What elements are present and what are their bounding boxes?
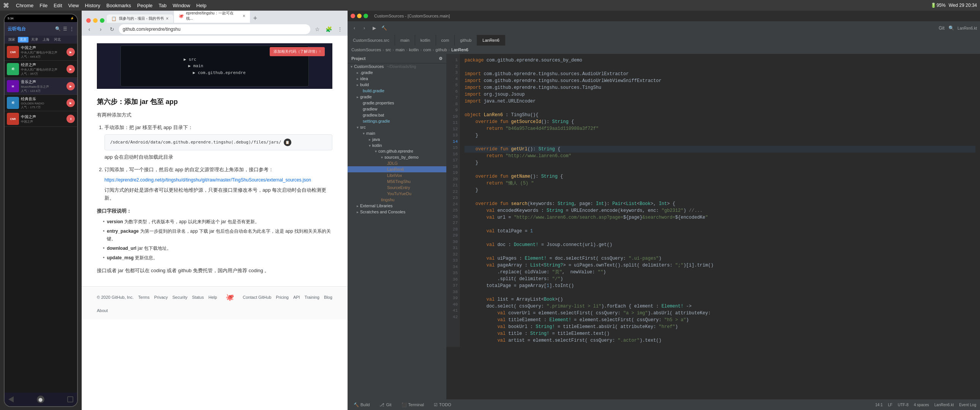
menu-window[interactable]: Window — [173, 3, 190, 8]
tree-item-jdlg[interactable]: JDLG — [348, 160, 446, 166]
tree-item-gradle-hidden[interactable]: ▸ .gradle — [348, 70, 446, 76]
tree-item-sourceentry[interactable]: SourceEntry — [348, 184, 446, 191]
sidebar-settings-icon[interactable]: ⚙ — [439, 56, 442, 61]
bc-main[interactable]: main — [395, 48, 404, 52]
menu-view[interactable]: View — [68, 3, 79, 8]
toolbar-search[interactable]: 🔍 — [948, 24, 955, 32]
bottom-tab-build[interactable]: 🔨 Build — [352, 402, 372, 408]
tree-item-gradlew-bat[interactable]: gradlew.bat — [348, 112, 446, 118]
ide-tab-customsources[interactable]: CustomSources.src — [348, 35, 395, 46]
phone-tab-tianjin[interactable]: 天津 — [29, 37, 40, 43]
ide-close-btn[interactable] — [351, 14, 355, 18]
bookmark-btn[interactable]: ☆ — [313, 25, 322, 34]
phone-recent-btn[interactable] — [67, 396, 73, 402]
more-btn[interactable]: ⋮ — [336, 25, 345, 34]
station-item[interactable]: 经 经济之声 中央人民广播电台经济之声 人气：357万 ▶ — [5, 61, 77, 78]
tree-item-java[interactable]: ▸ java — [348, 136, 446, 142]
phone-search-icon[interactable]: 🔍 — [55, 26, 61, 32]
station-play-btn[interactable]: ▶ — [67, 65, 75, 73]
tree-item-main[interactable]: ▾ main — [348, 130, 446, 136]
tree-item-settings-gradle[interactable]: settings.gradle — [348, 118, 446, 124]
refresh-btn[interactable]: ↻ — [108, 25, 117, 34]
menu-chrome[interactable]: Chrome — [16, 3, 33, 8]
browser-tab-1[interactable]: 📋 我参与的 - 项目 - 我的书书 × — [107, 14, 173, 23]
toolbar-build[interactable]: 🔨 — [380, 24, 388, 32]
tree-item-build[interactable]: ▸ build — [348, 82, 446, 88]
browser-tab-2[interactable]: 🐙 eprendre/tingshu：一款可在线... × — [174, 11, 250, 23]
tree-item-sources-by-demo[interactable]: ▾ sources_by_demo — [348, 154, 446, 160]
bottom-tab-git[interactable]: ⎇ Git — [377, 402, 393, 408]
tree-item-src[interactable]: ▾ src — [348, 124, 446, 130]
station-item[interactable]: 经 经典音乐 GOLDEN RADIO 人气：175.7万 ▶ — [5, 95, 77, 111]
bottom-tab-todo[interactable]: ☑ TODO — [431, 402, 453, 408]
phone-tab-beijing[interactable]: 北京 — [18, 37, 29, 43]
tree-item-gradlew[interactable]: gradlew — [348, 106, 446, 112]
menu-help[interactable]: Help — [196, 3, 207, 8]
tree-item-m56tingshu[interactable]: M56TingShu — [348, 178, 446, 184]
tree-item-gradle[interactable]: ▸ gradle — [348, 94, 446, 100]
footer-link-api[interactable]: API — [293, 294, 300, 301]
station-play-btn[interactable]: ⏸ — [67, 114, 75, 123]
tree-item-youtuyuedu[interactable]: YouTuYueDu — [348, 191, 446, 197]
phone-home-btn[interactable]: ⬤ — [37, 396, 45, 403]
tree-item-external-libs[interactable]: ▸ External Libraries — [348, 203, 446, 209]
ide-tab-kotlin[interactable]: kotlin — [415, 35, 436, 46]
bc-customsources[interactable]: CustomSources — [352, 48, 381, 52]
footer-link-about[interactable]: About — [97, 307, 108, 314]
phone-more-icon[interactable]: ⋮ — [70, 26, 74, 32]
station-item[interactable]: CNR 中国之声 中央人民广播电台中国之声 人气：445.8万 ▶ — [5, 44, 77, 61]
tree-item-librivox[interactable]: LibriVox — [348, 172, 446, 178]
method-2-url[interactable]: https://eprendre2.coding.net/p/tingshu/d… — [105, 177, 311, 183]
tree-item-gradle-props[interactable]: gradle.properties — [348, 100, 446, 106]
ide-code-editor[interactable]: 1 2 3 4 5 6 7 8 9 10 11 12 13 14 — [446, 54, 980, 399]
minimize-window-btn[interactable] — [93, 18, 98, 23]
ide-maximize-btn[interactable] — [364, 14, 368, 18]
address-bar[interactable]: github.com/eprendre/tingshu — [119, 24, 310, 34]
tab-close-1[interactable]: × — [166, 16, 169, 21]
phone-menu-icon[interactable]: ☰ — [63, 26, 67, 32]
footer-link-contact[interactable]: Contact GitHub — [243, 294, 271, 301]
tree-item-lanren6[interactable]: LanRen6 — [348, 166, 446, 172]
new-tab-btn[interactable]: + — [251, 14, 260, 23]
bc-com[interactable]: com — [423, 48, 431, 52]
bc-kotlin[interactable]: kotlin — [409, 48, 419, 52]
station-item[interactable]: CNR 中国之声 中国之声 ⏸ — [5, 111, 77, 127]
forward-btn[interactable]: › — [96, 25, 105, 34]
station-play-btn[interactable]: ▶ — [67, 82, 75, 91]
footer-link-status[interactable]: Status — [192, 294, 204, 301]
toolbar-forward[interactable]: › — [361, 24, 368, 32]
ide-tab-lanren6[interactable]: LanRen6 — [477, 35, 505, 46]
maximize-window-btn[interactable] — [100, 18, 105, 23]
back-btn[interactable]: ‹ — [85, 25, 94, 34]
tree-item-tingshu[interactable]: tingshu — [348, 197, 446, 203]
footer-link-blog[interactable]: Blog — [324, 294, 332, 301]
footer-link-terms[interactable]: Terms — [138, 294, 150, 301]
footer-link-pricing[interactable]: Pricing — [276, 294, 289, 301]
bc-lanren6[interactable]: LanRen6 — [451, 48, 468, 52]
bottom-tab-terminal[interactable]: ⬛ Terminal — [399, 402, 426, 408]
toolbar-run[interactable]: ▶ — [370, 24, 378, 32]
apple-menu[interactable]: ⌘ — [3, 2, 9, 9]
extensions-btn[interactable]: 🧩 — [324, 25, 333, 34]
tree-item-build-gradle[interactable]: build.gradle — [348, 88, 446, 94]
menu-history[interactable]: History — [85, 3, 100, 8]
menu-file[interactable]: File — [40, 3, 48, 8]
phone-tab-shanghai[interactable]: 上海 — [41, 37, 51, 43]
menu-tab[interactable]: Tab — [159, 3, 167, 8]
bc-github[interactable]: github — [436, 48, 447, 52]
close-window-btn[interactable] — [86, 18, 91, 23]
footer-link-security[interactable]: Security — [172, 294, 188, 301]
ide-tab-com[interactable]: com — [436, 35, 455, 46]
footer-link-training[interactable]: Training — [305, 294, 320, 301]
phone-back-btn[interactable] — [8, 396, 14, 402]
event-log[interactable]: Event Log — [959, 403, 976, 407]
phone-tab-guojia[interactable]: 国家 — [6, 37, 17, 43]
menu-bookmarks[interactable]: Bookmarks — [107, 3, 131, 8]
menu-people[interactable]: People — [137, 3, 152, 8]
footer-link-privacy[interactable]: Privacy — [154, 294, 168, 301]
bc-src[interactable]: src — [385, 48, 391, 52]
ide-tab-main[interactable]: main — [395, 35, 415, 46]
toolbar-back[interactable]: ‹ — [351, 24, 358, 32]
station-play-btn[interactable]: ▶ — [67, 48, 75, 56]
ide-minimize-btn[interactable] — [357, 14, 362, 18]
